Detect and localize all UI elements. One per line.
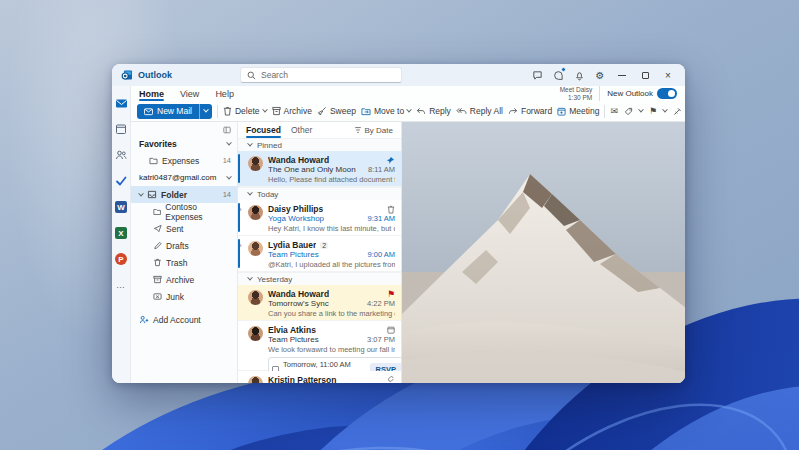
chevron-down-icon	[247, 190, 253, 196]
collapse-folder-pane-icon[interactable]	[223, 126, 231, 134]
new-mail-dropdown[interactable]	[199, 104, 212, 119]
account-header[interactable]: katri0487@gmail.com	[131, 169, 237, 186]
new-outlook-toggle[interactable]	[657, 88, 677, 99]
pinned-pin-icon[interactable]	[386, 156, 395, 165]
add-account-button[interactable]: Add Account	[131, 311, 237, 328]
tab-focused[interactable]: Focused	[246, 122, 281, 138]
feedback-icon[interactable]	[531, 69, 543, 81]
email-wanda-howard-flagged[interactable]: Wanda Howard ⚑ Tomorrow's Sync 4:22 PM C…	[238, 285, 401, 321]
search-placeholder: Search	[261, 70, 288, 80]
folder-sent[interactable]: Sent	[131, 220, 237, 237]
titlebar-actions: ⚙ ×	[531, 68, 685, 82]
sweep-button[interactable]: Sweep	[317, 106, 356, 116]
excel-app-icon[interactable]: X	[114, 226, 128, 240]
account-email: katri0487@gmail.com	[139, 173, 216, 182]
calendar-invite-icon	[387, 326, 395, 334]
email-wanda-howard-pinned[interactable]: Wanda Howard The One and Only Moon 8:11 …	[238, 151, 401, 187]
mail-module-icon[interactable]	[114, 96, 128, 110]
email-lydia-bauer[interactable]: › Lydia Bauer 2 Team Pictures 9:00 AM @K…	[238, 236, 401, 272]
folder-contoso-expenses[interactable]: Contoso Expenses	[131, 203, 237, 220]
close-button[interactable]: ×	[661, 68, 675, 82]
settings-gear-icon[interactable]: ⚙	[594, 69, 606, 81]
email-elvia-atkins[interactable]: Elvia Atkins Team Pictures 3:07 PM We lo…	[238, 321, 401, 371]
mountain-photo	[402, 122, 685, 383]
avatar	[248, 326, 263, 341]
folder-inbox-selected[interactable]: Folder 14	[131, 186, 237, 203]
chat-notification-icon[interactable]	[552, 69, 564, 81]
people-module-icon[interactable]	[114, 148, 128, 162]
favorites-header[interactable]: Favorites	[131, 135, 237, 152]
todo-module-icon[interactable]	[114, 174, 128, 188]
tab-view[interactable]: View	[172, 86, 207, 101]
tab-help[interactable]: Help	[207, 86, 242, 101]
favorites-label: Favorites	[139, 139, 177, 149]
maximize-button[interactable]	[638, 68, 652, 82]
meeting-reminder[interactable]: Meet Daisy 1:30 PM	[560, 86, 601, 102]
delete-button[interactable]: Delete	[223, 106, 267, 116]
forward-button[interactable]: Forward	[508, 106, 552, 116]
new-mail-icon	[144, 107, 153, 116]
folder-trash[interactable]: Trash	[131, 254, 237, 271]
trash-icon	[153, 258, 162, 267]
main-region: Home View Help Meet Daisy 1:30 PM New Ou…	[131, 86, 685, 383]
ribbon-tabs: Home View Help Meet Daisy 1:30 PM New Ou…	[131, 86, 685, 101]
trash-icon	[223, 106, 232, 116]
reply-button[interactable]: Reply	[416, 106, 451, 116]
meeting-calendar-icon	[557, 107, 566, 116]
section-pinned[interactable]: Pinned	[238, 138, 401, 151]
attachment-paperclip-icon	[387, 376, 395, 384]
tab-home[interactable]: Home	[131, 86, 172, 101]
thread-expander-icon[interactable]: ›	[239, 241, 242, 250]
pin-icon[interactable]	[673, 107, 682, 116]
archive-icon	[272, 106, 281, 116]
unread-count: 14	[223, 156, 231, 165]
section-yesterday[interactable]: Yesterday	[238, 272, 401, 285]
unread-count: 14	[223, 190, 231, 199]
folder-pane: Favorites Expenses 14 katri0487@gmail.co…	[131, 122, 238, 383]
folder-expenses[interactable]: Expenses 14	[131, 152, 237, 169]
app-title: Outlook	[138, 70, 172, 80]
outlook-window: Outlook Search ⚙ ×	[112, 64, 685, 383]
minimize-button[interactable]	[615, 68, 629, 82]
categorize-tag-icon[interactable]	[624, 107, 633, 116]
outlook-logo-icon	[121, 69, 133, 81]
read-unread-icon[interactable]: ✉	[610, 106, 618, 116]
reply-all-button[interactable]: Reply All	[456, 106, 503, 116]
flag-red-icon[interactable]: ⚑	[387, 289, 395, 299]
toolbar-icon-group: ✉ ⚑ ↺ …	[610, 105, 685, 118]
message-list: Focused Other By Date Pinned	[238, 122, 402, 383]
search-input[interactable]: Search	[240, 67, 402, 83]
reading-pane[interactable]	[402, 122, 685, 383]
thread-expander-icon[interactable]: ›	[239, 205, 242, 214]
avatar	[248, 156, 263, 171]
section-today[interactable]: Today	[238, 187, 401, 200]
more-apps-icon[interactable]: …	[114, 278, 128, 292]
archive-button[interactable]: Archive	[272, 106, 312, 116]
search-icon	[247, 71, 256, 80]
move-to-button[interactable]: Move to	[361, 106, 411, 116]
delete-hover-icon[interactable]	[387, 205, 395, 214]
powerpoint-app-icon[interactable]: P	[114, 252, 128, 266]
sort-by-date-button[interactable]: By Date	[354, 126, 393, 135]
email-daisy-phillips[interactable]: › Daisy Phillips Yoga Workshop 9:31 AM	[238, 200, 401, 236]
flag-icon[interactable]: ⚑	[649, 106, 657, 116]
reply-all-arrow-icon	[456, 107, 467, 116]
new-mail-button[interactable]: New Mail	[137, 104, 212, 119]
message-list-tabs: Focused Other By Date	[238, 122, 401, 138]
avatar	[248, 376, 263, 383]
meeting-button[interactable]: Meeting	[557, 106, 599, 116]
tab-other[interactable]: Other	[291, 122, 312, 138]
folder-drafts[interactable]: Drafts	[131, 237, 237, 254]
content-region: Favorites Expenses 14 katri0487@gmail.co…	[131, 122, 685, 383]
folder-archive[interactable]: Archive	[131, 271, 237, 288]
bell-icon[interactable]	[573, 69, 585, 81]
junk-icon	[153, 292, 162, 301]
calendar-module-icon[interactable]	[114, 122, 128, 136]
folder-junk[interactable]: Junk	[131, 288, 237, 305]
filter-icon	[354, 126, 362, 134]
chevron-down-icon	[226, 139, 232, 145]
email-kristin-patterson[interactable]: Kristin Patterson	[238, 371, 401, 383]
word-app-icon[interactable]: W	[114, 200, 128, 214]
new-outlook-label: New Outlook	[607, 89, 653, 98]
reply-arrow-icon	[416, 107, 426, 116]
